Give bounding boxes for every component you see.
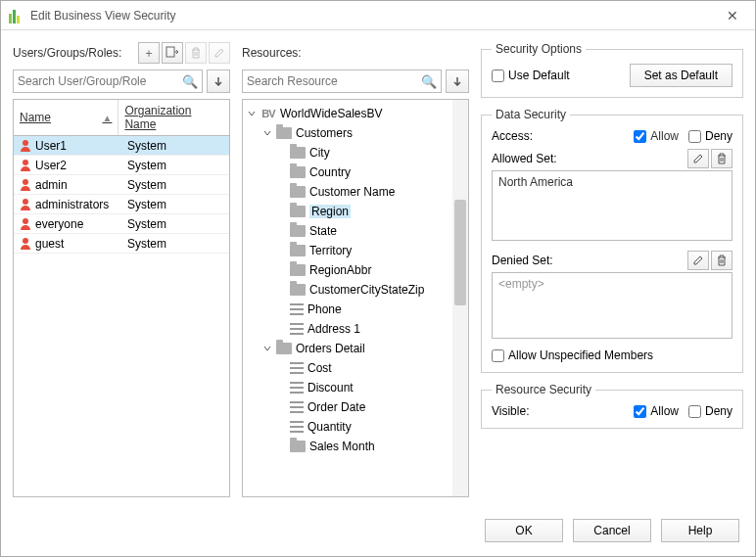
- chevron-down-icon[interactable]: [262, 344, 272, 353]
- resources-label: Resources:: [242, 46, 302, 60]
- import-icon: [165, 46, 179, 60]
- svg-rect-0: [166, 47, 174, 57]
- dialog-content: Users/Groups/Roles: ＋ �: [1, 30, 755, 509]
- tree-node-customers[interactable]: Customers: [245, 123, 466, 143]
- user-icon: [20, 218, 31, 230]
- tree-node-field[interactable]: Country: [245, 162, 466, 182]
- search-icon: 🔍: [421, 74, 437, 89]
- edit-user-button[interactable]: [209, 42, 230, 64]
- scrollbar-thumb[interactable]: [454, 200, 466, 305]
- tree-node-field[interactable]: Customer Name: [245, 182, 466, 202]
- resources-search-input[interactable]: [247, 74, 421, 88]
- table-row[interactable]: guest System: [14, 234, 229, 254]
- tree-node-field[interactable]: Order Date: [245, 397, 466, 417]
- folder-icon: [290, 186, 306, 198]
- table-row[interactable]: User1 System: [14, 136, 229, 156]
- field-icon: [290, 401, 304, 413]
- tree-node-field[interactable]: Phone: [245, 300, 466, 319]
- clear-denied-set-button[interactable]: [711, 251, 732, 270]
- users-sort-button[interactable]: [207, 70, 230, 93]
- trash-icon: [716, 153, 728, 164]
- users-table-header: Name ▲ Organization Name: [14, 100, 229, 136]
- folder-icon: [290, 264, 306, 276]
- folder-icon: [290, 245, 306, 256]
- table-row[interactable]: everyone System: [14, 214, 229, 234]
- arrow-down-icon: [452, 76, 462, 86]
- users-label: Users/Groups/Roles:: [13, 46, 121, 60]
- clear-allowed-set-button[interactable]: [711, 149, 732, 168]
- folder-icon: [290, 225, 306, 237]
- tree-node-field[interactable]: Territory: [245, 241, 466, 260]
- folder-icon: [290, 147, 306, 159]
- tree-node-field[interactable]: Sales Month: [245, 437, 466, 456]
- allowed-set-label: Allowed Set:: [492, 152, 687, 165]
- close-button[interactable]: ✕: [718, 8, 747, 23]
- column-header-name[interactable]: Name ▲: [14, 100, 118, 135]
- cancel-button[interactable]: Cancel: [573, 519, 651, 542]
- tree-node-orders[interactable]: Orders Detail: [245, 339, 466, 358]
- arrow-down-icon: [213, 76, 223, 86]
- field-icon: [290, 323, 304, 335]
- set-as-default-button[interactable]: Set as Default: [630, 64, 732, 87]
- folder-icon: [290, 441, 306, 452]
- edit-denied-set-button[interactable]: [687, 251, 709, 270]
- resources-panel: Resources: 🔍 BV W: [242, 42, 469, 497]
- access-deny-checkbox[interactable]: Deny: [688, 129, 732, 143]
- table-row[interactable]: administrators System: [14, 195, 229, 214]
- tree-node-field[interactable]: State: [245, 221, 466, 241]
- denied-set-text[interactable]: <empty>: [492, 272, 732, 339]
- tree-node-field[interactable]: Address 1: [245, 319, 466, 339]
- visible-label: Visible:: [492, 404, 570, 418]
- tree-node-field[interactable]: Region: [245, 202, 466, 221]
- resource-security-group: Resource Security Visible: Allow Deny: [481, 383, 743, 429]
- remove-user-button[interactable]: [185, 42, 207, 64]
- users-panel: Users/Groups/Roles: ＋ �: [13, 42, 230, 497]
- resource-security-legend: Resource Security: [492, 383, 595, 396]
- visible-deny-checkbox[interactable]: Deny: [688, 404, 732, 418]
- add-user-button[interactable]: ＋: [138, 42, 160, 64]
- tree-node-field[interactable]: Discount: [245, 378, 466, 397]
- chevron-down-icon[interactable]: [247, 109, 257, 118]
- tree-node-field[interactable]: City: [245, 143, 466, 162]
- tree-node-field[interactable]: RegionAbbr: [245, 260, 466, 280]
- allowed-set-text[interactable]: North America: [492, 170, 732, 241]
- users-search-input[interactable]: [18, 74, 182, 88]
- business-view-icon: BV: [260, 107, 276, 120]
- chevron-down-icon[interactable]: [262, 128, 272, 138]
- allow-unspecified-checkbox[interactable]: Allow Unspecified Members: [492, 348, 732, 362]
- table-row[interactable]: admin System: [14, 175, 229, 195]
- trash-icon: [190, 47, 202, 59]
- tree-node-root[interactable]: BV WorldWideSalesBV: [245, 104, 466, 123]
- column-header-org[interactable]: Organization Name: [118, 100, 229, 135]
- security-options-group: Security Options Use Default Set as Defa…: [481, 42, 743, 98]
- field-icon: [290, 421, 304, 433]
- edit-allowed-set-button[interactable]: [687, 149, 709, 168]
- security-panel: Security Options Use Default Set as Defa…: [481, 42, 743, 497]
- access-label: Access:: [492, 129, 570, 143]
- access-allow-checkbox[interactable]: Allow: [634, 129, 679, 143]
- tree-node-field[interactable]: CustomerCityStateZip: [245, 280, 466, 300]
- visible-allow-checkbox[interactable]: Allow: [634, 404, 679, 418]
- import-user-button[interactable]: [162, 42, 183, 64]
- table-row[interactable]: User2 System: [14, 156, 229, 175]
- tree-node-field[interactable]: Quantity: [245, 417, 466, 437]
- data-security-legend: Data Security: [492, 108, 570, 121]
- user-icon: [20, 238, 31, 250]
- sort-asc-icon: ▲: [102, 113, 112, 123]
- ok-button[interactable]: OK: [485, 519, 563, 542]
- dialog-footer: OK Cancel Help: [1, 509, 755, 556]
- scrollbar[interactable]: [452, 100, 468, 496]
- use-default-checkbox[interactable]: Use Default: [492, 69, 570, 82]
- folder-icon: [290, 206, 306, 217]
- folder-icon: [276, 127, 292, 139]
- pencil-icon: [213, 47, 225, 59]
- resources-sort-button[interactable]: [446, 70, 469, 93]
- users-toolbar: ＋: [138, 42, 230, 64]
- pencil-icon: [692, 255, 704, 266]
- resources-tree: BV WorldWideSalesBV Customers City Count…: [242, 99, 469, 497]
- dialog-window: Edit Business View Security ✕ Users/Grou…: [0, 0, 756, 557]
- help-button[interactable]: Help: [661, 519, 739, 542]
- resources-search-box[interactable]: 🔍: [242, 70, 442, 93]
- users-search-box[interactable]: 🔍: [13, 70, 203, 93]
- tree-node-field[interactable]: Cost: [245, 358, 466, 378]
